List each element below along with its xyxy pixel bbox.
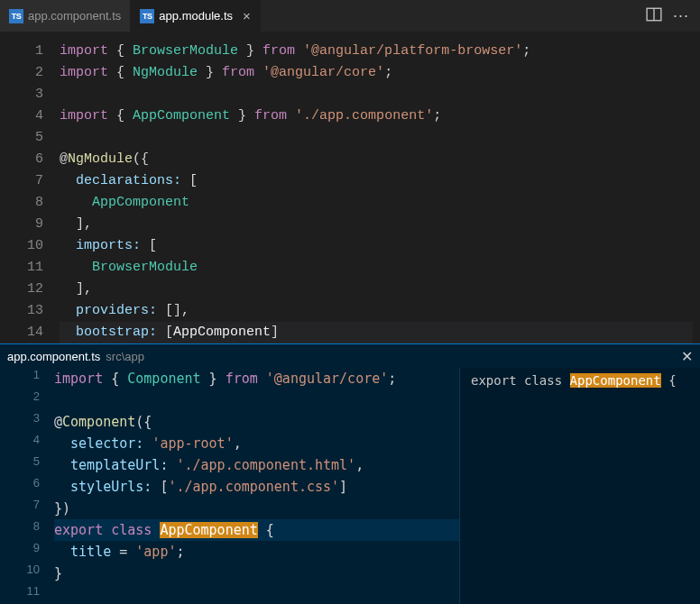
peek-references: export class AppComponent { [460,368,700,604]
peek-title: app.component.ts [7,350,100,363]
typescript-icon: TS [140,9,154,23]
more-icon[interactable]: ··· [673,6,689,25]
code[interactable]: import { BrowserModule } from '@angular/… [60,41,700,343]
typescript-icon: TS [9,9,23,23]
close-icon[interactable]: ✕ [681,348,693,365]
peek-editor[interactable]: 1 2 3 4 5 6 7 8 9 10 11 import { Compone… [0,368,460,604]
peek-path: src\app [106,350,144,363]
gutter: 1 2 3 4 5 6 7 8 9 10 11 12 13 14 [0,41,60,343]
peek-header: app.component.ts src\app ✕ [0,344,700,368]
code[interactable]: import { Component } from '@angular/core… [54,368,459,604]
tab-app-component[interactable]: TS app.component.ts [0,0,131,32]
editor-actions: ··· [635,0,700,32]
reference-item[interactable]: export class AppComponent { [467,371,693,389]
tab-label: app.module.ts [159,9,233,23]
tab-bar: TS app.component.ts TS app.module.ts × ·… [0,0,700,32]
gutter: 1 2 3 4 5 6 7 8 9 10 11 [0,368,54,604]
editor-main[interactable]: 1 2 3 4 5 6 7 8 9 10 11 12 13 14 import … [0,32,700,343]
tab-label: app.component.ts [28,9,121,23]
tab-app-module[interactable]: TS app.module.ts × [131,0,260,32]
peek-panel: app.component.ts src\app ✕ 1 2 3 4 5 6 7… [0,343,700,604]
split-editor-icon[interactable] [646,6,662,25]
close-icon[interactable]: × [243,8,251,23]
